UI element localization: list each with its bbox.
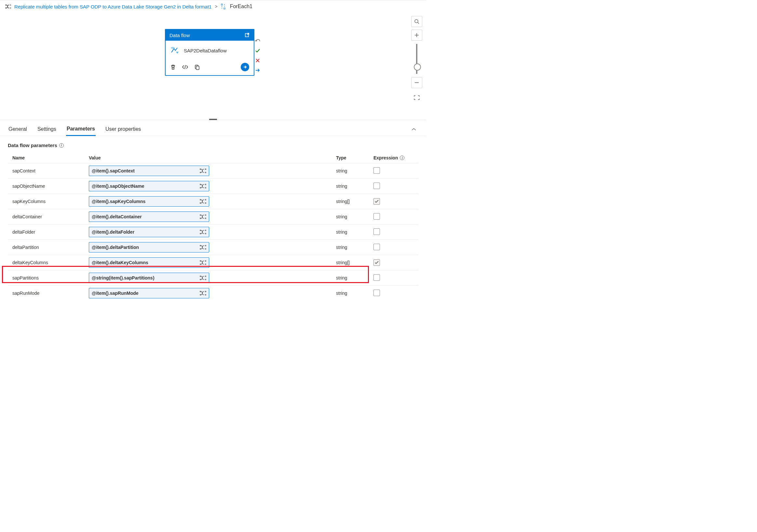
param-value-input[interactable]: @item().sapObjectName xyxy=(89,181,209,191)
svg-point-43 xyxy=(205,276,206,277)
param-name: sapRunMode xyxy=(12,291,89,296)
svg-point-7 xyxy=(222,8,222,9)
tab-general[interactable]: General xyxy=(8,124,28,135)
param-value-input[interactable]: @item().sapContext xyxy=(89,166,209,176)
breadcrumb-pipeline-link[interactable]: Replicate multiple tables from SAP ODP t… xyxy=(14,4,211,10)
info-icon[interactable]: i xyxy=(400,156,404,160)
param-type: string[] xyxy=(336,199,374,204)
svg-rect-4 xyxy=(221,4,223,5)
dynamic-content-icon[interactable] xyxy=(200,245,206,250)
expression-checkbox[interactable] xyxy=(374,182,380,189)
svg-point-27 xyxy=(205,215,206,216)
skip-connector-icon[interactable] xyxy=(255,67,260,73)
table-row: deltaFolder@item().deltaFolderstring xyxy=(8,225,418,240)
expression-checkbox[interactable] xyxy=(374,274,380,281)
expression-checkbox[interactable] xyxy=(374,229,380,235)
zoom-in-icon[interactable] xyxy=(411,30,422,41)
dynamic-content-icon[interactable] xyxy=(200,260,206,265)
activity-footer xyxy=(166,60,254,75)
tab-parameters[interactable]: Parameters xyxy=(66,123,96,136)
param-value-text: @item().deltaContainer xyxy=(92,214,142,219)
dynamic-content-icon[interactable] xyxy=(200,214,206,219)
copy-icon[interactable] xyxy=(194,64,200,70)
param-name: sapKeyColumns xyxy=(12,199,89,204)
param-value-text: @item().sapObjectName xyxy=(92,183,144,189)
param-value-text: @item().deltaKeyColumns xyxy=(92,260,148,265)
parameters-section: Data flow parameters i Name Value Type E… xyxy=(0,136,426,299)
panel-resize-handle[interactable] xyxy=(209,119,217,120)
svg-point-40 xyxy=(205,264,206,265)
param-type: string xyxy=(336,183,374,189)
dynamic-content-icon[interactable] xyxy=(200,230,206,234)
dynamic-content-icon[interactable] xyxy=(200,169,206,173)
dataflow-activity-card[interactable]: Data flow SAP2DeltaDataflow xyxy=(165,29,255,76)
run-arrow-icon[interactable] xyxy=(241,63,249,71)
param-value-text: @item().sapContext xyxy=(92,168,135,173)
param-value-text: @item().deltaFolder xyxy=(92,230,134,235)
expression-checkbox[interactable] xyxy=(374,244,380,250)
svg-point-31 xyxy=(205,230,206,231)
table-row: sapPartitions@string(item().sapPartition… xyxy=(8,270,418,286)
foreach-icon xyxy=(221,4,227,10)
delete-icon[interactable] xyxy=(170,64,176,70)
info-icon[interactable]: i xyxy=(59,143,64,148)
svg-point-6 xyxy=(222,6,222,7)
failure-connector-icon[interactable] xyxy=(255,58,260,63)
table-header: Name Value Type Expression i xyxy=(8,153,418,163)
fit-screen-icon[interactable] xyxy=(414,95,420,100)
table-row: sapKeyColumns@item().sapKeyColumnsstring… xyxy=(8,194,418,209)
svg-point-44 xyxy=(205,279,206,280)
col-name: Name xyxy=(12,155,89,160)
expression-checkbox[interactable] xyxy=(374,259,380,266)
expression-checkbox[interactable] xyxy=(374,167,380,174)
tab-user-properties[interactable]: User properties xyxy=(105,124,141,135)
param-value-text: @string(item().sapPartitions) xyxy=(92,275,155,280)
param-type: string xyxy=(336,291,374,296)
zoom-slider[interactable] xyxy=(416,44,417,74)
param-value-input[interactable]: @item().deltaPartition xyxy=(89,242,209,253)
expression-checkbox[interactable] xyxy=(374,213,380,220)
svg-point-3 xyxy=(10,8,11,9)
svg-point-23 xyxy=(205,200,206,201)
breadcrumb: Replicate multiple tables from SAP ODP t… xyxy=(0,0,426,13)
param-value-text: @item().sapRunMode xyxy=(92,291,138,296)
canvas[interactable]: Data flow SAP2DeltaDataflow xyxy=(0,13,426,120)
svg-point-20 xyxy=(205,187,206,188)
undo-connector-icon[interactable] xyxy=(255,38,260,44)
zoom-out-icon[interactable] xyxy=(411,77,422,88)
expression-checkbox[interactable] xyxy=(374,290,380,296)
dynamic-content-icon[interactable] xyxy=(200,276,206,280)
dynamic-content-icon[interactable] xyxy=(200,199,206,204)
activity-header: Data flow xyxy=(166,30,254,41)
table-row: deltaContainer@item().deltaContainerstri… xyxy=(8,209,418,225)
svg-point-15 xyxy=(205,169,206,170)
param-value-input[interactable]: @item().sapRunMode xyxy=(89,288,209,298)
svg-point-16 xyxy=(205,172,206,173)
param-name: sapObjectName xyxy=(12,183,89,189)
param-name: sapPartitions xyxy=(12,275,89,280)
section-title-text: Data flow parameters xyxy=(8,142,57,148)
svg-point-2 xyxy=(10,5,11,6)
param-value-input[interactable]: @string(item().sapPartitions) xyxy=(89,273,209,283)
code-icon[interactable] xyxy=(182,64,188,70)
svg-point-1 xyxy=(5,8,6,9)
param-name: deltaPartition xyxy=(12,245,89,250)
open-external-icon[interactable] xyxy=(244,32,250,38)
param-value-input[interactable]: @item().sapKeyColumns xyxy=(89,196,209,206)
param-type: string xyxy=(336,275,374,280)
success-connector-icon[interactable] xyxy=(255,48,260,54)
param-value-input[interactable]: @item().deltaKeyColumns xyxy=(89,257,209,268)
dynamic-content-icon[interactable] xyxy=(200,184,206,188)
param-value-text: @item().deltaPartition xyxy=(92,245,139,250)
param-value-input[interactable]: @item().deltaContainer xyxy=(89,211,209,222)
svg-point-32 xyxy=(205,233,206,234)
param-value-input[interactable]: @item().deltaFolder xyxy=(89,227,209,237)
search-icon[interactable] xyxy=(411,16,422,27)
param-name: deltaFolder xyxy=(12,230,89,235)
svg-point-28 xyxy=(205,218,206,219)
tab-settings[interactable]: Settings xyxy=(37,124,57,135)
collapse-panel-icon[interactable] xyxy=(411,128,418,131)
expression-checkbox[interactable] xyxy=(374,198,380,205)
dynamic-content-icon[interactable] xyxy=(200,291,206,296)
table-row: deltaKeyColumns@item().deltaKeyColumnsst… xyxy=(8,255,418,270)
